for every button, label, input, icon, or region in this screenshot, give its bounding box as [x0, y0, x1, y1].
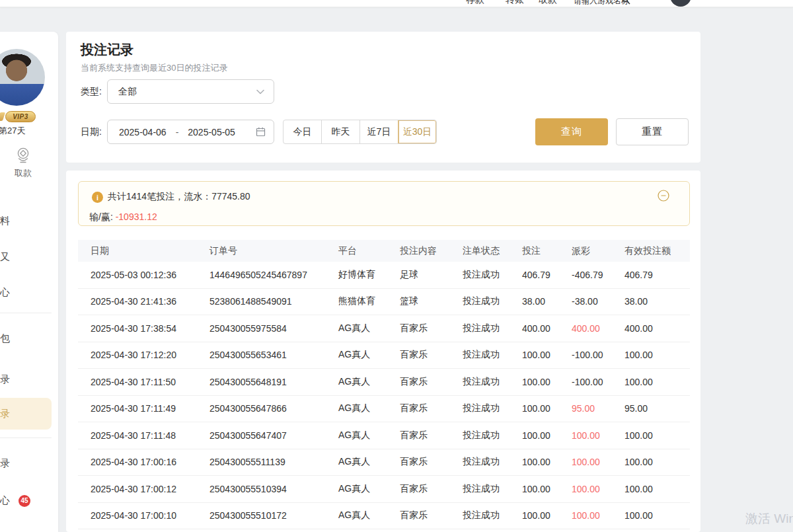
column-header: 投注: [510, 245, 559, 257]
cell-payout: 400.00: [559, 323, 612, 334]
cell-platform: AG真人: [326, 510, 387, 521]
sidebar-item-label: 料: [0, 215, 10, 227]
date-label: 日期:: [81, 120, 102, 144]
cell-order-status: 投注成功: [450, 510, 510, 521]
cell-valid-bet-amount: 100.00: [612, 350, 690, 360]
summary-winloss-text: 输/赢: -10931.12: [89, 211, 157, 223]
withdraw-label: 取款: [12, 167, 34, 179]
sidebar-item[interactable]: 心45: [0, 494, 30, 507]
cell-valid-bet-amount: 100.00: [612, 430, 690, 441]
calendar-icon: [256, 127, 266, 137]
info-icon: i: [92, 192, 103, 203]
cell-bet-content: 百家乐: [387, 510, 450, 521]
sidebar-item[interactable]: 录: [0, 457, 10, 470]
sidebar-item-active[interactable]: 录: [0, 398, 52, 430]
query-button[interactable]: 查询: [535, 118, 608, 145]
quick-range-group: 今日昨天近7日近30日: [283, 120, 437, 144]
date-range-input[interactable]: 2025-04-06 - 2025-05-05: [107, 120, 274, 144]
search-icon[interactable]: [622, 0, 630, 5]
sidebar-item[interactable]: 录: [0, 373, 10, 386]
type-label: 类型:: [81, 79, 102, 104]
summary-banner: i 共计1414笔投注，流水：77745.80 输/赢: -10931.12: [78, 181, 690, 226]
activate-windows-watermark: 激活 Win: [745, 510, 793, 527]
cell-date: 2025-04-30 17:38:54: [78, 323, 197, 334]
cell-bet-amount: 100.00: [510, 350, 559, 360]
cell-bet-content: 百家乐: [387, 349, 450, 361]
notification-badge: 45: [19, 495, 30, 507]
cell-platform: AG真人: [326, 349, 387, 361]
cell-bet-amount: 100.00: [510, 510, 559, 521]
cell-platform: 熊猫体育: [326, 295, 387, 307]
top-nav-item-2[interactable]: 转账: [506, 0, 524, 6]
cell-valid-bet-amount: 100.00: [612, 457, 690, 467]
top-nav-item-1[interactable]: 存款: [466, 0, 484, 6]
withdraw-shortcut[interactable]: 取款: [12, 145, 34, 179]
cell-order-id: 250430055647866: [197, 403, 326, 414]
sidebar-item-label: 又: [0, 251, 10, 264]
quick-range-7days[interactable]: 近7日: [359, 120, 398, 143]
sidebar-item[interactable]: 包: [0, 332, 10, 345]
page-title: 投注记录: [81, 41, 133, 59]
cell-bet-amount: 100.00: [510, 403, 559, 414]
reset-button[interactable]: 重置: [616, 118, 689, 145]
cell-order-id: 250430055510172: [197, 510, 326, 521]
cell-bet-content: 百家乐: [387, 430, 450, 441]
cell-bet-content: 足球: [387, 269, 450, 281]
user-avatar[interactable]: [0, 49, 45, 106]
quick-range-30days[interactable]: 近30日: [398, 120, 436, 143]
sidebar-item-label: 包: [0, 332, 10, 345]
cell-payout: -406.79: [559, 270, 612, 280]
type-select-value: 全部: [118, 86, 256, 98]
cell-order-status: 投注成功: [450, 323, 510, 334]
sidebar-item[interactable]: 又: [0, 251, 10, 264]
cell-order-id: 1446496505245467897: [197, 270, 326, 280]
cell-payout: 100.00: [559, 457, 612, 467]
cell-bet-amount: 406.79: [510, 270, 559, 280]
type-select[interactable]: 全部: [107, 79, 274, 104]
table-row: 2025-04-30 17:11:49250430055647866AG真人百家…: [78, 396, 690, 423]
withdraw-diamond-icon: [12, 145, 34, 165]
cell-order-id: 250430055975584: [197, 323, 326, 334]
top-nav-bar: 存款 转账 取款 请输入游戏名称: [0, 0, 793, 7]
cell-order-status: 投注成功: [450, 483, 510, 495]
sidebar-item[interactable]: 料: [0, 215, 10, 227]
column-header: 投注内容: [387, 245, 450, 257]
cell-bet-content: 百家乐: [387, 376, 450, 388]
top-nav-item-3[interactable]: 取款: [539, 0, 557, 6]
table-body: 2025-05-03 00:12:361446496505245467897好博…: [78, 262, 690, 529]
quick-range-yesterday[interactable]: 昨天: [321, 120, 359, 143]
cell-date: 2025-04-30 21:41:36: [78, 296, 197, 307]
cell-valid-bet-amount: 100.00: [612, 510, 690, 521]
cell-payout: 100.00: [559, 430, 612, 441]
page-subtitle: 当前系统支持查询最近30日的投注记录: [81, 62, 227, 74]
table-row: 2025-05-03 00:12:361446496505245467897好博…: [78, 262, 690, 289]
sidebar-divider: [0, 313, 52, 313]
table-header: 日期订单号平台投注内容注单状态投注派彩有效投注额: [78, 240, 690, 262]
cell-platform: AG真人: [326, 323, 387, 334]
vip-badge: VIP3: [5, 111, 36, 122]
column-header: 平台: [326, 245, 387, 257]
cell-platform: AG真人: [326, 483, 387, 495]
cell-order-status: 投注成功: [450, 269, 510, 281]
sidebar-item-label: 录: [0, 408, 10, 420]
collapse-minus-icon[interactable]: [658, 190, 669, 202]
sidebar-item[interactable]: 心: [0, 286, 10, 299]
chevron-down-icon: [256, 89, 264, 95]
column-header: 注单状态: [450, 245, 510, 257]
top-search-text[interactable]: 请输入游戏名称: [574, 0, 629, 7]
cell-valid-bet-amount: 95.00: [612, 403, 690, 414]
column-header: 日期: [78, 245, 197, 257]
table-row: 2025-04-30 17:00:16250430055511139AG真人百家…: [78, 449, 690, 476]
topbar-avatar[interactable]: [670, 0, 691, 7]
cell-bet-content: 百家乐: [387, 456, 450, 468]
quick-range-today[interactable]: 今日: [283, 120, 321, 143]
cell-order-status: 投注成功: [450, 456, 510, 468]
cell-payout: 100.00: [559, 510, 612, 521]
cell-valid-bet-amount: 400.00: [612, 323, 690, 334]
cell-valid-bet-amount: 100.00: [612, 484, 690, 494]
table-row: 2025-04-30 21:41:365238061488549091熊猫体育篮…: [78, 289, 690, 316]
winloss-label: 输/赢:: [89, 211, 116, 222]
cell-order-id: 250430055510394: [197, 484, 326, 494]
cell-valid-bet-amount: 100.00: [612, 377, 690, 387]
vip-wing-decoration: [0, 112, 5, 121]
